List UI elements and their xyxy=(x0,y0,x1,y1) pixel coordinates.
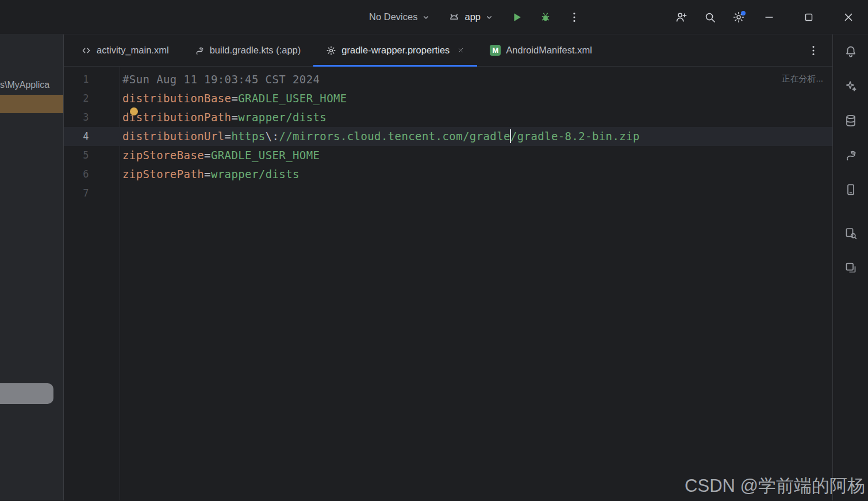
chevron-down-icon xyxy=(421,13,431,22)
line-text: distributionPath=wrapper/dists xyxy=(120,108,327,127)
code-token-op: = xyxy=(231,92,238,105)
code-token-value: wrapper/dists xyxy=(211,168,299,180)
line-text: distributionUrl=https\://mirrors.cloud.t… xyxy=(120,127,640,146)
gear-icon xyxy=(326,45,336,56)
close-icon xyxy=(842,11,855,24)
tool-stripe-ai-assistant-button[interactable] xyxy=(844,79,858,93)
more-actions-button[interactable] xyxy=(564,7,585,28)
code-token-op: = xyxy=(204,149,211,161)
code-token-key: zipStorePath xyxy=(122,168,204,180)
line-text: #Sun Aug 11 19:03:45 CST 2024 xyxy=(120,70,320,89)
code-line-1[interactable]: 1#Sun Aug 11 19:03:45 CST 2024 xyxy=(64,70,832,89)
line-number: 4 xyxy=(64,127,89,146)
code-token-key: distributionBase xyxy=(122,92,231,105)
watermark: CSDN @学前端的阿杨 xyxy=(685,474,865,498)
code-line-5[interactable]: 5zipStoreBase=GRADLE_USER_HOME xyxy=(64,146,832,165)
editor-code: 1#Sun Aug 11 19:03:45 CST 20242distribut… xyxy=(64,70,832,203)
tool-stripe-database-inspector-button[interactable] xyxy=(844,114,858,128)
titlebar-center-toolbar: No Devices app xyxy=(364,7,585,28)
tab-label: gradle-wrapper.properties xyxy=(341,45,450,56)
run-config-selector[interactable]: app xyxy=(443,7,498,28)
add-user-icon xyxy=(675,11,688,24)
code-line-7[interactable]: 7 xyxy=(64,184,832,203)
editor-tab-androidmanifest-xml[interactable]: MAndroidManifest.xml xyxy=(477,34,604,66)
code-editor[interactable]: 1#Sun Aug 11 19:03:45 CST 20242distribut… xyxy=(64,67,832,500)
code-with-me-button[interactable] xyxy=(671,7,692,28)
code-line-6[interactable]: 6zipStorePath=wrapper/dists xyxy=(64,165,832,184)
editor-tab-build-gradle-kts-app[interactable]: build.gradle.kts (:app) xyxy=(182,34,314,66)
code-token-key: distributionUrl xyxy=(122,130,225,142)
notifications-icon xyxy=(844,45,858,59)
line-text xyxy=(120,184,122,203)
debug-icon xyxy=(539,11,552,24)
intention-bulb-icon[interactable] xyxy=(130,107,138,115)
run-icon xyxy=(510,11,523,24)
line-number: 7 xyxy=(64,184,89,203)
tab-options-button[interactable] xyxy=(805,42,822,59)
gutter[interactable]: 1 xyxy=(64,70,120,89)
main-area: s\MyApplica activity_main.xmlbuild.gradl… xyxy=(0,34,868,500)
code-token-op: = xyxy=(225,130,232,142)
line-number: 6 xyxy=(64,165,89,184)
code-token-key: distributionPath xyxy=(122,111,231,124)
window-controls xyxy=(749,0,868,34)
close-tab-icon[interactable] xyxy=(457,47,464,54)
manifest-icon: M xyxy=(490,45,501,56)
gutter[interactable]: 6 xyxy=(64,165,120,184)
project-panel[interactable]: s\MyApplica xyxy=(0,34,64,500)
minimize-button[interactable] xyxy=(749,0,789,34)
code-token-key: zipStoreBase xyxy=(122,149,204,161)
gutter[interactable]: 7 xyxy=(64,184,120,203)
minimize-icon xyxy=(763,11,775,24)
code-token-value: GRADLE_USER_HOME xyxy=(211,149,320,161)
line-text: zipStorePath=wrapper/dists xyxy=(120,165,299,184)
code-token-value: https xyxy=(231,130,265,142)
device-selector-label: No Devices xyxy=(369,11,417,22)
gutter[interactable]: 5 xyxy=(64,146,120,165)
search-everywhere-button[interactable] xyxy=(700,7,720,28)
editor-tab-activity-main-xml[interactable]: activity_main.xml xyxy=(68,34,182,66)
run-button[interactable] xyxy=(506,7,527,28)
tool-stripe-notifications-button[interactable] xyxy=(844,45,858,59)
code-line-4[interactable]: 4distributionUrl=https\://mirrors.cloud.… xyxy=(64,127,832,146)
search-icon xyxy=(704,11,716,24)
code-line-2[interactable]: 2distributionBase=GRADLE_USER_HOME xyxy=(64,89,832,108)
app-inspection-icon xyxy=(844,226,858,240)
close-button[interactable] xyxy=(828,0,868,34)
device-manager-icon xyxy=(844,183,858,196)
tool-stripe-device-manager-button[interactable] xyxy=(844,183,858,196)
gutter[interactable]: 2 xyxy=(64,89,120,108)
tool-stripe-layout-inspector-button[interactable] xyxy=(844,261,858,275)
tab-label: build.gradle.kts (:app) xyxy=(210,45,301,56)
analysis-status: 正在分析... xyxy=(781,74,823,84)
database-inspector-icon xyxy=(844,114,858,128)
maximize-icon xyxy=(802,11,815,24)
gradle-icon xyxy=(194,45,205,56)
line-number: 5 xyxy=(64,146,89,165)
android-device-icon xyxy=(448,11,460,24)
maximize-button[interactable] xyxy=(789,0,828,34)
tool-stripe-app-inspection-button[interactable] xyxy=(844,226,858,240)
code-token-comment: #Sun Aug 11 19:03:45 CST 2024 xyxy=(122,73,320,86)
line-number: 1 xyxy=(64,70,89,89)
panel-overlay-shape xyxy=(0,383,53,404)
editor-tab-gradle-wrapper-properties[interactable]: gradle-wrapper.properties xyxy=(313,34,477,66)
code-token-value: //mirrors.cloud.tencent.com/gradle xyxy=(279,130,510,142)
debug-button[interactable] xyxy=(535,7,556,28)
tool-stripe-gradle-button[interactable] xyxy=(844,148,858,162)
gutter[interactable]: 3 xyxy=(64,108,120,127)
kebab-menu-icon xyxy=(568,11,581,24)
device-selector[interactable]: No Devices xyxy=(364,7,435,28)
layout-inspector-icon xyxy=(844,261,858,275)
gutter[interactable]: 4 xyxy=(64,127,120,146)
code-token-op: = xyxy=(231,111,238,124)
settings-button[interactable] xyxy=(728,7,749,28)
project-selected-row[interactable] xyxy=(0,95,64,113)
code-line-3[interactable]: 3distributionPath=wrapper/dists xyxy=(64,108,832,127)
right-tool-stripe xyxy=(832,34,868,500)
code-token-value: /gradle-8.2-bin.zip xyxy=(510,130,640,142)
editor-column: activity_main.xmlbuild.gradle.kts (:app)… xyxy=(64,34,832,500)
code-token-op: = xyxy=(204,168,211,180)
editor-tab-bar: activity_main.xmlbuild.gradle.kts (:app)… xyxy=(64,34,832,67)
line-number: 2 xyxy=(64,89,89,108)
